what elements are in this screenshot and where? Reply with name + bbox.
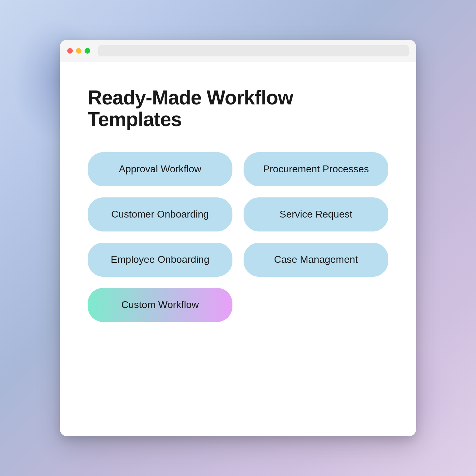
workflow-grid: Approval Workflow Procurement Processes …: [88, 152, 388, 322]
browser-titlebar: [60, 40, 416, 62]
workflow-btn-customer-onboarding[interactable]: Customer Onboarding: [88, 197, 232, 231]
workflow-btn-service-request[interactable]: Service Request: [244, 197, 388, 231]
minimize-button[interactable]: [76, 48, 82, 54]
workflow-btn-procurement-processes[interactable]: Procurement Processes: [244, 152, 388, 186]
address-bar[interactable]: [98, 45, 409, 56]
maximize-button[interactable]: [85, 48, 90, 54]
page-title: Ready-Made Workflow Templates: [88, 87, 388, 130]
browser-window: Ready-Made Workflow Templates Approval W…: [60, 40, 416, 436]
browser-content: Ready-Made Workflow Templates Approval W…: [60, 62, 416, 436]
close-button[interactable]: [67, 48, 73, 54]
workflow-btn-employee-onboarding[interactable]: Employee Onboarding: [88, 243, 232, 277]
workflow-btn-case-management[interactable]: Case Management: [244, 243, 388, 277]
workflow-btn-custom-workflow[interactable]: Custom Workflow: [88, 288, 232, 322]
workflow-btn-approval-workflow[interactable]: Approval Workflow: [88, 152, 232, 186]
